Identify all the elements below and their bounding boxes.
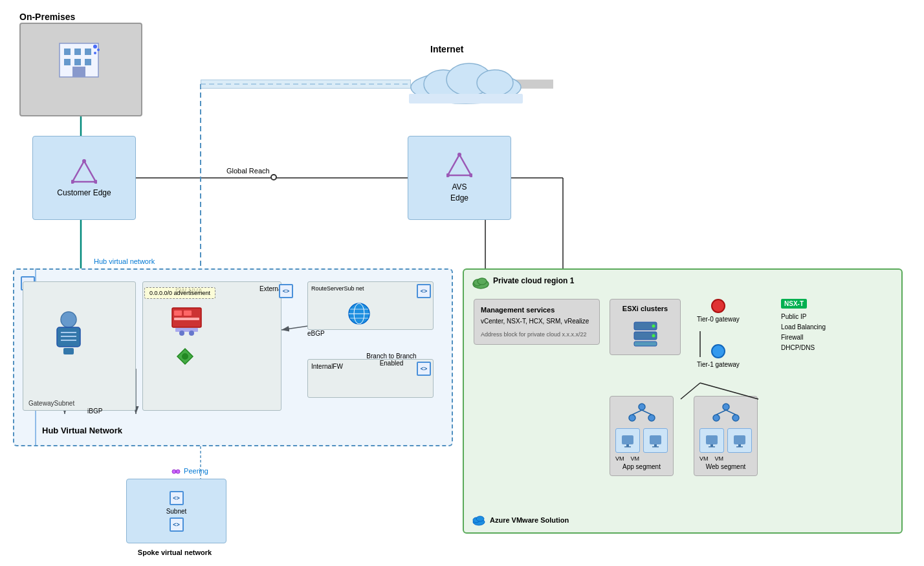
esxi-server-icon — [631, 319, 660, 348]
vm-app-1 — [615, 428, 640, 453]
svg-point-67 — [172, 470, 176, 473]
svg-point-32 — [97, 49, 100, 51]
internet-cloud — [408, 58, 524, 107]
customer-edge-box: Customer Edge — [32, 136, 136, 220]
tier0-label: Tier-0 gateway — [697, 316, 740, 323]
svg-rect-25 — [74, 49, 81, 55]
svg-rect-95 — [710, 444, 713, 446]
internet-label: Internet — [430, 44, 463, 54]
svg-point-31 — [93, 45, 97, 49]
svg-rect-52 — [63, 348, 74, 354]
tier1-box: Tier-1 gateway — [697, 344, 740, 368]
svg-line-93 — [726, 410, 736, 415]
svg-rect-28 — [74, 59, 81, 65]
svg-rect-86 — [650, 435, 661, 444]
branch-to-branch-label: Branch to Branch Enabled — [359, 353, 424, 367]
web-segment-box: VMVM Web segment — [694, 396, 758, 476]
svg-rect-97 — [734, 435, 745, 444]
management-services-title: Management services — [481, 306, 593, 314]
svg-marker-34 — [72, 161, 96, 182]
svg-rect-84 — [626, 444, 629, 446]
svg-point-35 — [82, 159, 86, 163]
hub-vnet-inner-label: Hub Virtual Network — [42, 426, 122, 435]
fw-subnet-box: FW NVA 0.0.0.0/0 advertisement — [142, 281, 281, 411]
global-reach-midpoint — [270, 174, 277, 180]
vm-web-2 — [727, 428, 752, 453]
svg-rect-26 — [85, 49, 91, 55]
internalfw-label: InternalFW — [311, 363, 343, 370]
svg-line-82 — [642, 410, 652, 415]
routeserver-subnet-label: RouteServerSub net — [311, 285, 364, 293]
svg-point-61 — [182, 353, 188, 360]
web-segment-tree-icon — [710, 402, 742, 424]
spoke-vnet-label: Spoke virtual network — [133, 549, 217, 556]
diagram-container: On-Premises Customer — [0, 0, 924, 566]
azure-vmware-icon — [472, 513, 486, 527]
svg-point-44 — [457, 153, 461, 157]
svg-point-91 — [732, 415, 739, 421]
svg-rect-98 — [738, 444, 741, 446]
ibgp-label: iBGP — [87, 408, 102, 415]
on-premises-label: On-Premises — [19, 12, 75, 22]
svg-rect-96 — [709, 446, 715, 448]
azure-vmware-footer: Azure VMware Solution — [472, 513, 569, 527]
svg-point-59 — [189, 331, 194, 336]
svg-line-92 — [716, 410, 726, 415]
vm-app-2 — [643, 428, 668, 453]
svg-rect-24 — [64, 49, 71, 55]
svg-rect-94 — [706, 435, 718, 444]
svg-point-90 — [713, 415, 720, 421]
customer-edge-label: Customer Edge — [57, 188, 111, 197]
management-services-box: Management services vCenter, NSX-T, HCX,… — [474, 299, 600, 345]
gateway-subnet-label: GatewaySubnet — [28, 400, 74, 407]
svg-rect-27 — [64, 59, 71, 65]
spoke-vnet-box: <> Subnet <> — [126, 479, 226, 543]
svg-point-102 — [476, 516, 484, 521]
vm-web-1 — [699, 428, 724, 453]
internet-connection-bar — [201, 80, 411, 89]
tier0-box: Tier-0 gateway — [697, 299, 740, 323]
svg-rect-30 — [72, 67, 85, 77]
nsx-services-list: Public IP Load Balancing Firewall DHCP/D… — [781, 312, 826, 353]
svg-rect-83 — [622, 435, 633, 444]
svg-point-80 — [648, 415, 655, 421]
gateway-subnet-box: GatewaySubnet — [23, 281, 136, 411]
subnet-label: Subnet — [166, 508, 187, 515]
hub-vnet-outer-label: Hub virtual network — [94, 257, 155, 265]
web-segment-label: Web segment — [699, 463, 752, 470]
avs-edge-label: AVS Edge — [450, 182, 468, 204]
externalfw-icon: <> — [279, 284, 293, 298]
app-segment-tree-icon — [626, 402, 658, 424]
svg-marker-43 — [448, 155, 471, 175]
spoke-vnet-bracket-icon2: <> — [170, 517, 184, 532]
address-block: Address block for private cloud x.x.x.x/… — [481, 331, 593, 338]
svg-rect-77 — [634, 342, 657, 346]
svg-point-33 — [94, 52, 96, 54]
azure-vmware-label: Azure VMware Solution — [490, 516, 569, 524]
svg-point-68 — [176, 470, 180, 473]
svg-point-75 — [652, 325, 655, 328]
esxi-clusters-label: ESXi clusters — [615, 305, 675, 312]
esxi-clusters-box: ESXi clusters — [610, 299, 681, 355]
private-cloud-label: Private cloud region 1 — [493, 276, 574, 285]
gateway-icon — [49, 308, 88, 361]
svg-point-78 — [639, 404, 645, 410]
fw-icon — [169, 305, 204, 338]
routeserver-bracket-icon: <> — [417, 284, 431, 298]
svg-point-41 — [477, 70, 513, 96]
peering-label: Peering — [171, 467, 208, 476]
nsx-t-section: NSX-T Public IP Load Balancing Firewall … — [781, 299, 826, 353]
tier1-label: Tier-1 gateway — [697, 361, 740, 368]
svg-point-58 — [179, 331, 184, 336]
svg-rect-54 — [174, 310, 182, 316]
route-icon — [175, 347, 195, 367]
private-cloud-icon — [472, 275, 490, 290]
tier0-icon — [711, 299, 725, 313]
svg-rect-55 — [184, 310, 192, 316]
global-reach-label: Global Reach — [226, 167, 270, 175]
routeserver-icon — [347, 301, 371, 327]
svg-point-89 — [723, 404, 729, 410]
svg-rect-56 — [174, 318, 199, 320]
svg-line-81 — [632, 410, 642, 415]
avs-edge-box: AVS Edge — [408, 136, 511, 220]
